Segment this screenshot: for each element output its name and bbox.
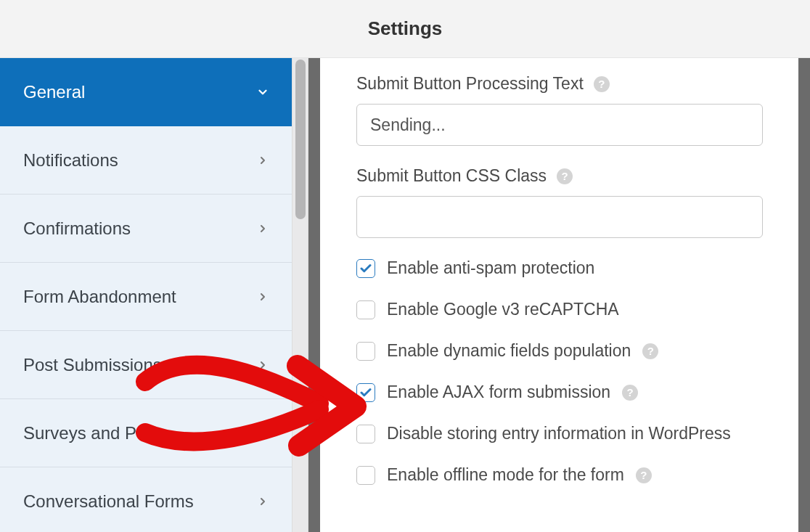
panel-right-edge (798, 58, 810, 532)
option-offline-mode[interactable]: Enable offline mode for the form ? (356, 465, 774, 485)
sidebar-item-confirmations[interactable]: Confirmations (0, 195, 292, 263)
chevron-right-icon (255, 494, 270, 509)
field-label: Submit Button Processing Text (356, 74, 584, 94)
page-title: Settings (368, 17, 443, 40)
chevron-right-icon (255, 426, 270, 441)
chevron-right-icon (255, 358, 270, 372)
main-panel: Submit Button Processing Text ? Submit B… (320, 58, 810, 532)
sidebar-item-notifications[interactable]: Notifications (0, 126, 292, 195)
option-label: Enable dynamic fields population (387, 341, 631, 361)
checkbox[interactable] (356, 342, 375, 361)
chevron-right-icon (255, 221, 270, 236)
scrollbar-thumb[interactable] (295, 60, 306, 219)
field-label-row: Submit Button CSS Class ? (356, 166, 774, 186)
option-ajax-submission[interactable]: Enable AJAX form submission ? (356, 382, 774, 402)
sidebar-item-label: Post Submissions (23, 355, 162, 375)
checkbox[interactable] (356, 425, 375, 443)
option-disable-storing[interactable]: Disable storing entry information in Wor… (356, 424, 774, 443)
help-icon[interactable]: ? (622, 385, 638, 401)
checkbox[interactable] (356, 259, 375, 278)
content: General Notifications Confirmations Form… (0, 58, 810, 532)
checkbox[interactable] (356, 466, 375, 485)
sidebar-wrap: General Notifications Confirmations Form… (0, 58, 308, 532)
help-icon[interactable]: ? (636, 467, 652, 483)
header: Settings (0, 0, 810, 58)
sidebar: General Notifications Confirmations Form… (0, 58, 292, 532)
help-icon[interactable]: ? (557, 168, 573, 184)
option-recaptcha[interactable]: Enable Google v3 reCAPTCHA (356, 300, 774, 319)
sidebar-item-label: General (23, 82, 85, 102)
checkbox[interactable] (356, 383, 375, 402)
checkbox[interactable] (356, 300, 375, 319)
option-dynamic-fields[interactable]: Enable dynamic fields population ? (356, 341, 774, 361)
sidebar-item-label: Surveys and Polls (23, 423, 163, 443)
submit-css-class-input[interactable] (356, 196, 763, 238)
sidebar-item-conversational-forms[interactable]: Conversational Forms (0, 467, 292, 532)
option-label: Enable AJAX form submission (387, 382, 610, 402)
chevron-down-icon (255, 85, 270, 99)
option-label: Enable Google v3 reCAPTCHA (387, 300, 619, 319)
sidebar-item-label: Notifications (23, 150, 118, 171)
option-label: Enable offline mode for the form (387, 465, 624, 485)
field-label: Submit Button CSS Class (356, 166, 547, 186)
option-label: Enable anti-spam protection (387, 258, 594, 278)
option-label: Disable storing entry information in Wor… (387, 424, 731, 443)
help-icon[interactable]: ? (642, 343, 658, 359)
chevron-right-icon (255, 290, 270, 304)
sidebar-item-label: Conversational Forms (23, 491, 194, 512)
sidebar-item-post-submissions[interactable]: Post Submissions (0, 331, 292, 399)
sidebar-item-label: Form Abandonment (23, 287, 176, 307)
help-icon[interactable]: ? (594, 76, 610, 92)
option-anti-spam[interactable]: Enable anti-spam protection (356, 258, 774, 278)
sidebar-item-label: Confirmations (23, 218, 131, 239)
field-label-row: Submit Button Processing Text ? (356, 74, 774, 94)
sidebar-item-form-abandonment[interactable]: Form Abandonment (0, 263, 292, 331)
submit-processing-text-input[interactable] (356, 104, 763, 146)
panel-divider (308, 58, 320, 532)
scrollbar[interactable] (292, 58, 308, 532)
chevron-right-icon (255, 153, 270, 168)
sidebar-item-surveys-polls[interactable]: Surveys and Polls (0, 399, 292, 467)
sidebar-item-general[interactable]: General (0, 58, 292, 126)
